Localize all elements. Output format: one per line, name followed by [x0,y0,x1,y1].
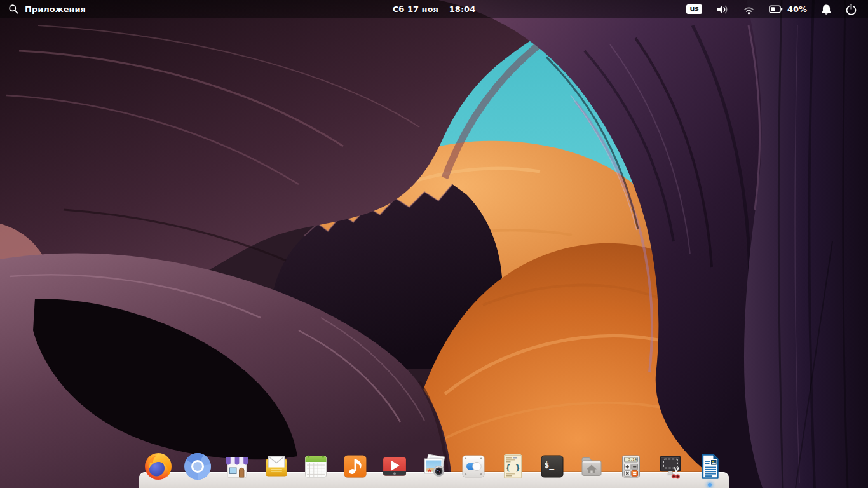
dock-item-libreoffice-writer[interactable] [695,451,725,482]
appcenter-icon [222,451,252,482]
dock-item-screenshot[interactable] [655,451,686,482]
dock-item-calculator[interactable]: 3.14 [616,451,646,482]
dock: { } $_ [139,451,729,488]
chromium-icon [182,451,213,482]
battery-indicator[interactable]: 40% [765,0,811,18]
panel-time: 18:04 [449,4,475,14]
top-panel: Приложения Сб 17 ноя 18:04 us [0,0,868,18]
code-icon: { } [498,451,528,482]
calculator-display-value: 3.14 [628,458,637,461]
terminal-icon: $_ [537,451,567,482]
keyboard-layout-indicator[interactable]: us [682,0,705,18]
notifications-indicator[interactable] [817,0,836,18]
code-braces-glyph: { } [505,463,520,473]
applications-menu[interactable]: Приложения [0,0,94,18]
dock-item-files[interactable] [576,451,607,482]
battery-percent: 40% [787,4,807,14]
libreoffice-writer-icon [695,451,725,482]
dock-item-music[interactable] [340,451,370,482]
dock-item-firefox[interactable] [143,451,173,482]
search-icon [8,4,19,15]
firefox-icon [143,451,173,482]
power-icon [846,4,857,15]
dock-item-code[interactable]: { } [498,451,528,482]
running-indicator [708,483,712,487]
volume-indicator[interactable] [712,0,733,18]
dock-icons: { } $_ [139,451,729,488]
wifi-icon [743,4,755,15]
files-icon [576,451,607,482]
panel-date: Сб 17 ноя [393,4,438,14]
dock-item-system-settings[interactable] [458,451,489,482]
battery-icon [769,5,783,13]
videos-icon [379,451,410,482]
music-icon [340,451,370,482]
calculator-icon: 3.14 [616,451,646,482]
network-indicator[interactable] [739,0,759,18]
applications-label: Приложения [25,4,86,14]
screenshot-icon [655,451,686,482]
datetime-menu[interactable]: Сб 17 ноя 18:04 [393,0,475,18]
dock-item-calendar[interactable] [301,451,331,482]
mail-icon [261,451,292,482]
desktop-wallpaper [0,0,868,488]
dock-item-appcenter[interactable] [222,451,252,482]
system-settings-icon [458,451,489,482]
keyboard-layout-badge: us [686,4,702,15]
dock-item-mail[interactable] [261,451,292,482]
terminal-prompt-glyph: $_ [545,460,555,470]
session-indicator[interactable] [842,0,860,18]
panel-indicators: us 40% [682,0,868,18]
dock-item-videos[interactable] [379,451,410,482]
photos-icon [419,451,449,482]
speaker-icon [716,4,729,15]
calendar-icon [301,451,331,482]
dock-item-photos[interactable] [419,451,449,482]
bell-icon [821,4,832,15]
dock-item-chromium[interactable] [182,451,213,482]
dock-item-terminal[interactable]: $_ [537,451,567,482]
